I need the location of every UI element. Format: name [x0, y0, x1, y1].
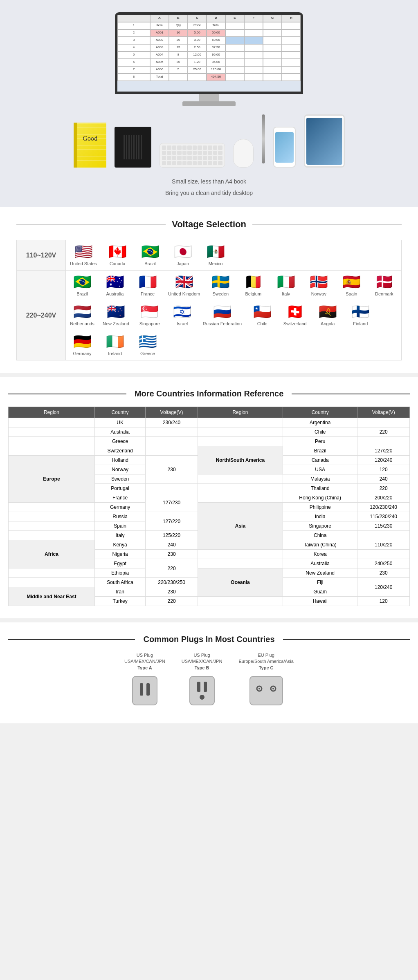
flags-cell-220: 🇧🇷 Brazil 🇦🇺 Australia 🇫🇷 France [66, 271, 402, 360]
voltage-cell: 230 [146, 587, 198, 597]
country-cell-r: Taiwan (China) [283, 540, 357, 550]
monitor-screen: ABC DEF GH 1ItemQtyPriceTotal 2A001105.0… [115, 12, 303, 94]
region-cell [9, 437, 95, 446]
flag-item-us: 🇺🇸 United States [70, 244, 97, 266]
table-row: Germany Asia Philippine 120/230/240 [9, 503, 410, 512]
country-cell-r: Korea [283, 550, 357, 559]
product-keyboard [160, 143, 225, 168]
region-cell-r [198, 550, 283, 559]
voltage-cell [146, 484, 198, 493]
voltage-cell: 125/220 [146, 531, 198, 540]
countries-table-header: Region Country Voltage(V) Region Country… [9, 407, 410, 418]
country-cell: France [94, 493, 146, 503]
voltage-cell-r: 120/240 [357, 578, 410, 597]
flag-item-gb: 🇬🇧 United Kingdom [168, 275, 200, 296]
plug-label-c: EU Plug Europe/South America/Asia Type C [238, 652, 294, 671]
monitor-stand-foot [182, 101, 236, 106]
country-cell: Greece [94, 437, 146, 446]
country-cell: Russia [94, 512, 146, 521]
plug-svg-c [248, 674, 285, 711]
product-mini-pc [115, 127, 151, 168]
flag-emoji-br: 🇧🇷 [141, 244, 160, 259]
flag-label-jp: Japan [177, 261, 189, 266]
phone-screen [275, 132, 294, 163]
voltage-cell: 230/240 [146, 418, 198, 427]
region-cell-r [198, 437, 283, 446]
country-cell: South Africa [94, 578, 146, 587]
flag-item-be: 🇧🇪 Belgium [241, 275, 265, 296]
product-phone [273, 127, 296, 168]
region-cell [9, 578, 95, 587]
flag-item-br2: 🇧🇷 Brazil [70, 275, 94, 296]
region-cell-r [198, 418, 283, 427]
voltage-title-container: Voltage Selection [16, 219, 402, 230]
flag-item-nl: 🇳🇱 Netherlands [70, 304, 94, 326]
country-cell-r: Hong Kong (China) [283, 493, 357, 503]
country-cell: Nigeria [94, 550, 146, 559]
countries-title-divider: More Countries Information Reference [8, 389, 410, 398]
plugs-row: US Plug USA/MEX/CAN/JPN Type A US Plug U… [8, 652, 410, 711]
country-cell: Switzerland [94, 446, 146, 456]
region-cell-r [198, 427, 283, 437]
tablet-screen [306, 118, 342, 165]
voltage-cell-r: 200/220 [357, 493, 410, 503]
voltage-cell-r [357, 550, 410, 559]
flag-item-il: 🇮🇱 Israel [170, 304, 195, 326]
region-cell-r [198, 597, 283, 606]
region-cell [9, 568, 95, 578]
region-cell [9, 521, 95, 531]
region-cell [9, 427, 95, 437]
country-cell: Sweden [94, 474, 146, 484]
flag-item-fi: 🇫🇮 Finland [348, 304, 373, 326]
country-cell: Turkey [94, 597, 146, 606]
voltage-cell-r [357, 418, 410, 427]
mini-pc-vents [124, 135, 142, 159]
voltage-cell-r [357, 531, 410, 540]
country-cell-r: Fiji [283, 578, 357, 587]
col-country-right: Country [283, 407, 357, 418]
country-cell-r: USA [283, 465, 357, 474]
country-cell-r: Argentina [283, 418, 357, 427]
voltage-cell: 220 [146, 559, 198, 578]
svg-rect-7 [250, 676, 283, 705]
country-cell: Iran [94, 587, 146, 597]
plug-svg-a [128, 674, 161, 711]
col-voltage-left: Voltage(V) [146, 407, 198, 418]
monitor-display: ABC DEF GH 1ItemQtyPriceTotal 2A001105.0… [115, 12, 303, 106]
voltage-title: Voltage Selection [172, 219, 246, 230]
flag-item-ao: 🇦🇴 Angola [315, 304, 340, 326]
country-cell-r: Australia [283, 559, 357, 568]
flag-label-us: United States [70, 261, 97, 266]
table-row: UK 230/240 Argentina [9, 418, 410, 427]
monitor-stand-neck [199, 94, 219, 101]
region-cell [9, 531, 95, 540]
flag-item-cl: 🇨🇱 Chile [250, 304, 274, 326]
svg-rect-0 [133, 676, 157, 705]
voltage-cell: 240 [146, 540, 198, 550]
svg-point-10 [258, 688, 260, 689]
country-cell: UK [94, 418, 146, 427]
region-cell: Middle and Near East [9, 587, 95, 606]
svg-rect-1 [140, 683, 143, 696]
flag-item-gr: 🇬🇷 Greece [135, 334, 160, 356]
region-cell-r [198, 474, 283, 484]
col-region-right: Region [198, 407, 283, 418]
flag-item-de: 🇩🇪 Germany [70, 334, 94, 356]
region-cell [9, 418, 95, 427]
hero-section: ABC DEF GH 1ItemQtyPriceTotal 2A001105.0… [0, 0, 418, 207]
country-cell: Norway [94, 465, 146, 474]
plugs-title-divider: Common Plugs In Most Countries [8, 635, 410, 644]
country-cell: Holland [94, 456, 146, 465]
voltage-row-220: 220~240V 🇧🇷 Brazil 🇦🇺 Australia [17, 271, 402, 360]
country-cell: Germany [94, 503, 146, 512]
voltage-cell-r: 120/230/240 [357, 503, 410, 512]
flag-item-ie: 🇮🇪 Ireland [103, 334, 127, 356]
flag-emoji-jp: 🇯🇵 [174, 244, 192, 259]
flag-item-au: 🇦🇺 Australia [103, 275, 127, 296]
product-tablet [304, 114, 345, 168]
voltage-cell: 230 [146, 550, 198, 559]
product-book [74, 123, 106, 168]
region-cell-r [198, 493, 283, 503]
country-cell: Kenya [94, 540, 146, 550]
flags-row-220: 🇧🇷 Brazil 🇦🇺 Australia 🇫🇷 France [70, 275, 397, 356]
